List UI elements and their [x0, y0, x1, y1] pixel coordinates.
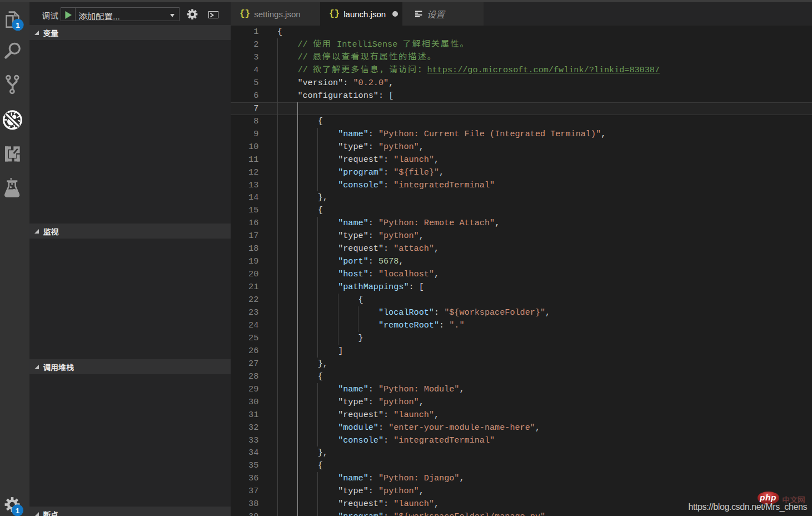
svg-text:1: 1	[16, 507, 20, 515]
svg-text:1: 1	[16, 21, 20, 29]
